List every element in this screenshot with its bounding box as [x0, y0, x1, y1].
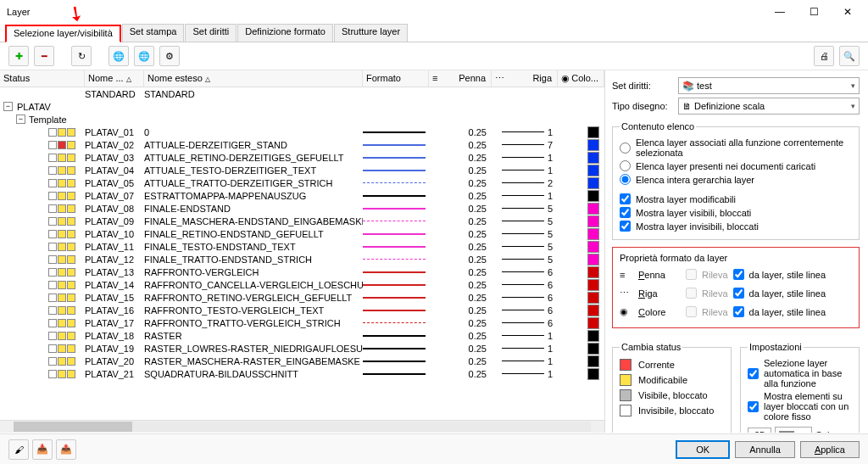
cambia-status-group: Cambia status Corrente Modificabile Visi…	[612, 342, 732, 433]
riga-icon: ⋯	[620, 288, 633, 299]
set-diritti-label: Set diritti:	[612, 81, 673, 91]
applica-button[interactable]: Applica	[800, 441, 860, 458]
table-row[interactable]: PLATAV_04ATTUALE_TESTO-DERZEITIGER_TEXT0…	[0, 164, 604, 176]
col-penna[interactable]: ≡Penna	[429, 70, 492, 87]
contenuto-elenco-group: Contenuto elenco Elenca layer associati …	[612, 121, 860, 240]
ok-button[interactable]: OK	[676, 440, 730, 459]
toolbar: ✚ ━ ↻ 🌐 🌐 ⚙ 🖨 🔍	[0, 42, 868, 70]
globe-add-button[interactable]: 🌐	[108, 46, 129, 66]
table-row[interactable]: PLATAV_20RASTER_MASCHERA-RASTER_EINGABEM…	[0, 355, 604, 367]
remove-button[interactable]: ━	[34, 46, 54, 66]
col-colore[interactable]: ◉Colo...	[558, 70, 604, 87]
table-row[interactable]: PLATAV_11FINALE_TESTO-ENDSTAND_TEXT0.255	[0, 240, 604, 253]
col-nome[interactable]: Nome ... △	[85, 70, 144, 87]
table-row[interactable]: PLATAV_21SQUADRATURA-BILDAUSSCHNITT0.251	[0, 367, 604, 380]
table-row[interactable]: −PLATAV	[0, 100, 604, 113]
chk-visibili[interactable]: Mostra layer visibili, bloccati	[620, 207, 852, 218]
table-row[interactable]: PLATAV_14RAFFRONTO_CANCELLA-VERGLEICH_LO…	[0, 278, 604, 291]
color-swatch-select[interactable]: ▾	[775, 427, 812, 433]
layer-table: Status Nome ... △ Nome esteso △ Formato …	[0, 70, 605, 433]
col-status[interactable]: Status	[0, 70, 85, 87]
close-button[interactable]: ✕	[831, 1, 865, 23]
table-row[interactable]: −Template	[0, 113, 604, 126]
proprieta-formato-box: Proprietà formato da layer ≡ Penna Rilev…	[612, 247, 860, 328]
window-title: Layer	[7, 7, 763, 17]
table-row[interactable]: PLATAV_0100.251	[0, 126, 604, 138]
table-row[interactable]: PLATAV_18RASTER0.251	[0, 329, 604, 342]
status-visibile[interactable]: Visibile, bloccato	[620, 389, 724, 401]
find-button[interactable]: 🔍	[839, 46, 860, 66]
tabs-bar: Selezione layer/visibilità Set stampa Se…	[0, 24, 868, 42]
penna-icon: ≡	[620, 270, 633, 280]
penna-label: Penna	[638, 270, 681, 280]
settings-button[interactable]: ⚙	[159, 46, 180, 66]
chk-colore-rileva[interactable]: Rileva	[686, 306, 728, 317]
chk-riga-dalayer[interactable]: da layer, stile linea	[733, 288, 826, 299]
table-row[interactable]: PLATAV_15RAFFRONTO_RETINO-VERGLEICH_GEFU…	[0, 291, 604, 304]
chk-penna-dalayer[interactable]: da layer, stile linea	[733, 269, 826, 280]
chk-colore-dalayer[interactable]: da layer, stile linea	[733, 306, 826, 317]
chk-riga-rileva[interactable]: Rileva	[686, 288, 728, 299]
tab-strutture-layer[interactable]: Strutture layer	[334, 24, 408, 42]
table-row[interactable]: PLATAV_05ATTUALE_TRATTO-DERZEITIGER_STRI…	[0, 176, 604, 189]
table-row[interactable]: PLATAV_07ESTRATTOMAPPA-MAPPENAUSZUG0.251	[0, 189, 604, 202]
colore-label: Colore	[638, 307, 681, 317]
footer: 🖌 📥 📤 OK Annulla Applica	[0, 433, 868, 464]
imp-legend: Impostazioni	[748, 342, 804, 352]
table-row[interactable]: PLATAV_09FINALE_MASCHERA-ENDSTAND_EINGAB…	[0, 215, 604, 227]
tool-pick-color[interactable]: 🖌	[8, 439, 29, 460]
table-row[interactable]: PLATAV_12FINALE_TRATTO-ENDSTAND_STRICH0.…	[0, 253, 604, 266]
titlebar: Layer — ☐ ✕	[0, 0, 868, 24]
col-riga[interactable]: ⋯Riga	[492, 70, 558, 87]
radio-funzione[interactable]: Elenca layer associati alla funzione cor…	[620, 137, 852, 158]
colore-icon: ◉	[620, 306, 633, 317]
tab-set-diritti[interactable]: Set diritti	[185, 24, 236, 42]
prop-legend: Proprietà formato da layer	[620, 253, 852, 263]
table-row[interactable]: STANDARDSTANDARD	[0, 87, 604, 100]
table-row[interactable]: PLATAV_08FINALE-ENDSTAND0.255	[0, 202, 604, 215]
status-corrente[interactable]: Corrente	[620, 359, 724, 371]
horizontal-scrollbar[interactable]	[0, 420, 604, 433]
tool-export[interactable]: 📤	[56, 439, 76, 460]
chk-modificabili[interactable]: Mostra layer modificabili	[620, 193, 852, 204]
tab-set-stampa[interactable]: Set stampa	[122, 24, 185, 42]
chk-color-fisso[interactable]: Mostra elementi su layer bloccati con un…	[748, 391, 852, 422]
table-row[interactable]: PLATAV_16RAFFRONTO_TESTO-VERGLEICH_TEXT0…	[0, 304, 604, 316]
refresh-button[interactable]: ↻	[71, 46, 92, 66]
tipo-disegno-label: Tipo disegno:	[612, 101, 673, 111]
radio-gerarchia[interactable]: Elenca intera gerarchia layer	[620, 174, 852, 185]
col-nome-esteso[interactable]: Nome esteso △	[144, 70, 363, 87]
maximize-button[interactable]: ☐	[797, 1, 831, 23]
col-formato[interactable]: Formato	[363, 70, 429, 87]
set-diritti-select[interactable]: 📚 test▾	[678, 77, 860, 94]
imp-color-label: Colore	[815, 430, 843, 433]
minimize-button[interactable]: —	[763, 1, 797, 23]
tool-import[interactable]: 📥	[32, 439, 53, 460]
table-row[interactable]: PLATAV_13RAFFRONTO-VERGLEICH0.256	[0, 266, 604, 278]
table-row[interactable]: PLATAV_19RASTER_LOWRES-RASTER_NIEDRIGAUF…	[0, 342, 604, 355]
add-button[interactable]: ✚	[8, 46, 29, 66]
table-row[interactable]: PLATAV_03ATTUALE_RETINO-DERZEITIGES_GEFU…	[0, 151, 604, 164]
tab-definizione-formato[interactable]: Definizione formato	[237, 24, 333, 42]
table-row[interactable]: PLATAV_10FINALE_RETINO-ENDSTAND_GEFUELLT…	[0, 227, 604, 240]
chk-invisibili[interactable]: Mostra layer invisibili, bloccati	[620, 221, 852, 232]
tab-selezione-layer[interactable]: Selezione layer/visibilità	[5, 25, 121, 42]
chk-auto-select[interactable]: Selezione layer automatica in base alla …	[748, 358, 852, 389]
impostazioni-group: Impostazioni Selezione layer automatica …	[740, 342, 860, 433]
annulla-button[interactable]: Annulla	[735, 441, 795, 458]
chk-penna-rileva[interactable]: Rileva	[686, 269, 728, 280]
status-legend: Cambia status	[620, 342, 682, 352]
status-invisibile[interactable]: Invisibile, bloccato	[620, 405, 724, 416]
tipo-disegno-select[interactable]: 🗎 Definizione scala▾	[678, 98, 860, 115]
radio-documenti[interactable]: Elenca layer presenti nei documenti cari…	[620, 160, 852, 171]
print-button[interactable]: 🖨	[814, 46, 834, 66]
contenuto-legend: Contenuto elenco	[620, 121, 696, 131]
table-row[interactable]: PLATAV_02ATTUALE-DERZEITIGER_STAND0.257	[0, 138, 604, 151]
color-index-input[interactable]	[748, 428, 771, 433]
table-row[interactable]: PLATAV_17RAFFRONTO_TRATTO-VERGLEICH_STRI…	[0, 316, 604, 329]
riga-label: Riga	[638, 288, 681, 299]
status-modificabile[interactable]: Modificabile	[620, 374, 724, 386]
globe-button[interactable]: 🌐	[134, 46, 154, 66]
